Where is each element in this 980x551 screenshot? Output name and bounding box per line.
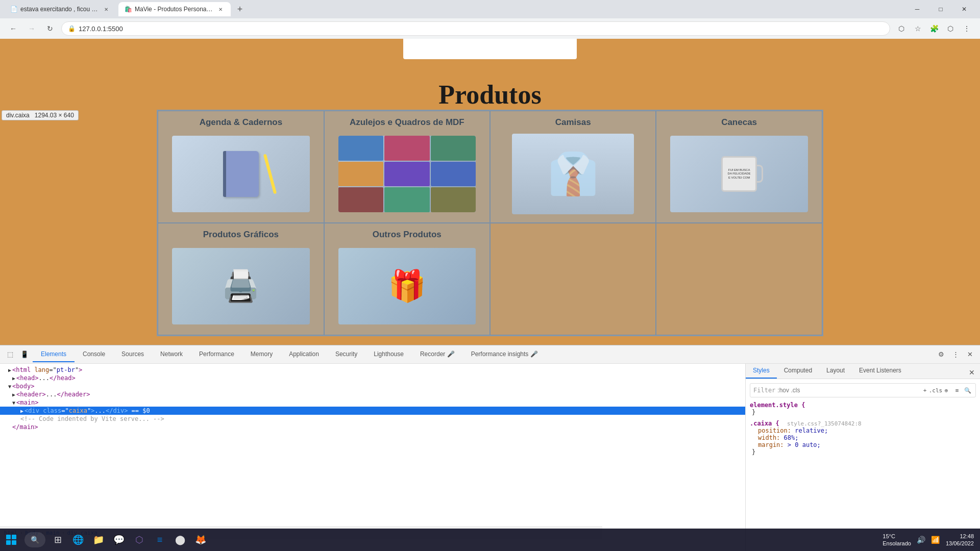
menu-icon[interactable]: ⋮ (960, 21, 974, 36)
secure-icon: 🔒 (68, 25, 76, 32)
tab-1-close[interactable]: ✕ (102, 5, 110, 13)
window-controls: ─ □ ✕ (905, 0, 976, 18)
tab-1-favicon: 📄 (10, 6, 17, 13)
devtools-tab-sources[interactable]: Sources (113, 347, 152, 362)
more-options-button[interactable]: ≡ (952, 386, 962, 395)
devtools-tab-security[interactable]: Security (327, 347, 365, 362)
extensions-icon[interactable]: 🧩 (927, 21, 941, 36)
devtools-tab-application[interactable]: Application (281, 347, 327, 362)
vscode-icon[interactable]: ≡ (152, 532, 168, 548)
shirt-icon: 👔 (548, 150, 599, 198)
dom-line-header[interactable]: ▶<header>...</header> (0, 390, 745, 398)
styles-panel-close[interactable]: ✕ (966, 366, 978, 379)
add-style-button[interactable]: + (920, 386, 929, 395)
toggle-class-button[interactable]: .cls (931, 386, 940, 395)
forward-button[interactable]: → (24, 21, 39, 36)
dom-line-div-caixa[interactable]: ▶<div class="caixa">...</div> == $0 (0, 407, 745, 415)
devtools-tab-recorder[interactable]: Recorder 🎤 (412, 347, 463, 362)
minimize-button[interactable]: ─ (905, 0, 929, 18)
product-card-camisas[interactable]: Camisas 👔 (490, 111, 656, 223)
styles-content: Filter + .cls ⊕ ≡ 🔍 element.style { (746, 379, 980, 551)
product-card-graficos[interactable]: Produtos Gráficos 🖨️ (158, 223, 324, 335)
extra-icon[interactable]: 🦊 (192, 532, 209, 548)
page-content: Produtos div.caixa 1294.03 × 640 Agenda … (0, 39, 980, 363)
tab-2-close[interactable]: ✕ (216, 5, 225, 13)
graficos-icon: 🖨️ (222, 268, 260, 304)
product-card-canecas[interactable]: Canecas FUI EM BUSCADA FELICIDADEE VOLTE… (656, 111, 822, 223)
caneca-image: FUI EM BUSCADA FELICIDADEE VOLTEI COM (670, 136, 807, 212)
styles-panel: Styles Computed Layout Event Listeners ✕… (745, 364, 980, 551)
styles-tab-computed[interactable]: Computed (777, 364, 819, 379)
outros-icon: 🎁 (388, 268, 426, 304)
weather-condition: Ensolarado (883, 540, 911, 547)
devtools-tab-network[interactable]: Network (152, 347, 191, 362)
taskview-button[interactable]: ⊞ (50, 532, 66, 548)
dom-line-html[interactable]: ▶<html lang="pt-br"> (0, 366, 745, 374)
style-prop-width: width: 68%; (750, 434, 976, 441)
style-selector-element: element.style { (750, 402, 976, 409)
explorer-icon[interactable]: 📁 (90, 532, 107, 548)
dom-line-main-open[interactable]: ▼<main> (0, 398, 745, 407)
devtools-tab-lighthouse[interactable]: Lighthouse (365, 347, 412, 362)
volume-icon[interactable]: 🔊 (915, 534, 927, 546)
close-button[interactable]: ✕ (952, 0, 976, 18)
taskbar-system-tray: 15°C Ensolarado 🔊 📶 12:48 13/06/2022 (876, 533, 980, 547)
mug-handle (755, 165, 763, 183)
teams-icon[interactable]: 💬 (111, 532, 127, 548)
product-card-outros[interactable]: Outros Produtos 🎁 (324, 223, 490, 335)
tab-bar: 📄 estava exercitando , ficou uma d ✕ 🛍️ … (0, 0, 980, 18)
devtools-tab-elements[interactable]: Elements (33, 347, 75, 362)
taskbar-app-icons: ⊞ 🌐 📁 💬 ⬡ ≡ ⬤ 🦊 (45, 532, 213, 548)
inspect-element-button[interactable]: ⬚ (4, 348, 16, 361)
styles-tab-layout[interactable]: Layout (819, 364, 852, 379)
page-title: Produtos (0, 80, 980, 110)
styles-tab-event-listeners[interactable]: Event Listeners (852, 364, 909, 379)
search-icon: 🔍 (31, 536, 39, 544)
taskbar: 🔍 ⊞ 🌐 📁 💬 ⬡ ≡ ⬤ 🦊 15°C Ensolarado 🔊 📶 12… (0, 529, 980, 551)
styles-filter-input[interactable] (777, 387, 918, 394)
style-selector-caixa: .caixa { style.css?_13507484​2:8 (750, 420, 976, 427)
search-bar[interactable] (403, 39, 577, 59)
clock[interactable]: 12:48 13/06/2022 (946, 533, 974, 547)
devtools-settings-button[interactable]: ⚙ (935, 348, 947, 361)
dom-line-body[interactable]: ▼<body> (0, 382, 745, 390)
vs-icon[interactable]: ⬡ (131, 532, 148, 548)
devtools-tab-console[interactable]: Console (75, 347, 113, 362)
product-card-azulejos[interactable]: Azulejos e Quadros de MDF (324, 111, 490, 223)
edge-icon[interactable]: 🌐 (70, 532, 86, 548)
product-title-camisas: Camisas (555, 117, 591, 128)
styles-tab-styles[interactable]: Styles (746, 364, 777, 379)
start-button[interactable] (0, 529, 22, 551)
tab-2[interactable]: 🛍️ MaVie - Produtos Personalizados ✕ (118, 2, 231, 16)
product-card-agenda[interactable]: Agenda & Cadernos (158, 111, 324, 223)
product-img-azulejos (331, 132, 483, 216)
new-tab-button[interactable]: + (233, 2, 247, 16)
product-img-graficos: 🖨️ (164, 244, 317, 329)
devtools-tab-performance[interactable]: Performance (191, 347, 242, 362)
dom-line-head[interactable]: ▶<head>...</head> (0, 374, 745, 382)
devtools-more-button[interactable]: ⋮ (949, 348, 962, 361)
screenshare-icon[interactable]: ⬡ (894, 21, 909, 36)
bookmark-icon[interactable]: ☆ (911, 21, 925, 36)
tooltip-class: div.caixa (6, 112, 30, 119)
devtools-tab-perf-insights[interactable]: Performance insights 🎤 (463, 347, 546, 362)
device-mode-button[interactable]: 📱 (18, 348, 31, 361)
back-button[interactable]: ← (6, 21, 20, 36)
refresh-button[interactable]: ↻ (43, 21, 57, 36)
dom-line-comment[interactable]: <!-- Code indented by Vite serve... --> (0, 415, 745, 423)
search-styles-button[interactable]: 🔍 (963, 386, 972, 395)
url-bar[interactable]: 🔒 127.0.0.1:5500 (61, 21, 890, 36)
devtools-tab-memory[interactable]: Memory (242, 347, 281, 362)
style-prop-position: position: relative; (750, 427, 976, 434)
chrome-icon[interactable]: ⬤ (172, 532, 188, 548)
force-state-button[interactable]: ⊕ (942, 386, 951, 395)
tab-1[interactable]: 📄 estava exercitando , ficou uma d ✕ (4, 2, 116, 16)
filter-icon: Filter (753, 387, 775, 394)
profile-icon[interactable]: ⬡ (943, 21, 958, 36)
product-title-canecas: Canecas (721, 117, 757, 128)
maximize-button[interactable]: □ (929, 0, 952, 18)
taskbar-search[interactable]: 🔍 (24, 532, 45, 547)
devtools-close-button[interactable]: ✕ (964, 348, 976, 361)
dom-line-main-close[interactable]: </main> (0, 423, 745, 431)
network-icon[interactable]: 📶 (929, 534, 942, 546)
